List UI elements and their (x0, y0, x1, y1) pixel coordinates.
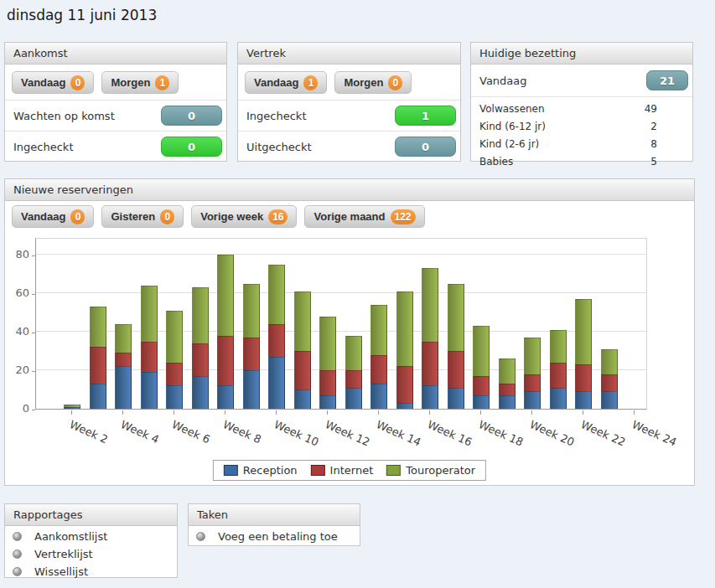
button-vorige-week[interactable]: Vorige week16 (191, 205, 297, 228)
button-morgen[interactable]: Morgen1 (101, 71, 179, 94)
y-axis-tick (32, 294, 35, 295)
button-vorige-maand[interactable]: Vorige maand122 (304, 205, 424, 228)
bar-segment-internet (90, 347, 106, 384)
bar-segment-internet (166, 363, 183, 386)
bar-week-14 (370, 305, 387, 409)
stat-label: Kind (6-12 jr) (479, 121, 546, 132)
button-label: Vandaag (21, 210, 65, 223)
count-badge: 1 (303, 75, 318, 90)
panel-rapportages-title: Rapportages (5, 504, 177, 526)
legend-label: Touroperator (406, 464, 475, 477)
button-label: Morgen (111, 76, 150, 89)
bar-segment-internet (575, 364, 592, 391)
bar-segment-internet (243, 338, 260, 370)
bar-segment-internet (141, 342, 158, 373)
bar-segment-internet (294, 351, 311, 389)
bezetting-today-row: Vandaag 21 (471, 64, 692, 96)
list-item-vertreklijst[interactable]: Vertreklijst (5, 545, 177, 563)
stat-value: 5 (650, 156, 657, 168)
x-axis-tick (276, 410, 277, 415)
bar-week-8 (217, 255, 234, 409)
bar-segment-touroperator (524, 338, 541, 374)
bullet-icon (13, 549, 22, 559)
bar-segment-touroperator (473, 326, 490, 376)
bar-segment-reception (550, 388, 567, 409)
bar-week-13 (345, 336, 362, 409)
bar-week-5 (141, 286, 158, 409)
status-row-ingecheckt: Ingecheckt0 (5, 131, 226, 162)
status-row-wachten-op-komst: Wachten op komst0 (5, 100, 226, 131)
panel-vertrek-title: Vertrek (238, 43, 460, 64)
bar-segment-reception (64, 407, 80, 409)
count-badge: 0 (388, 75, 402, 90)
bar-segment-reception (192, 376, 209, 409)
button-vandaag[interactable]: Vandaag1 (245, 71, 327, 94)
bar-segment-touroperator (499, 358, 516, 384)
button-gisteren[interactable]: Gisteren0 (101, 205, 184, 228)
aankomst-button-row: Vandaag0Morgen1 (5, 64, 226, 100)
status-row-badge: 0 (395, 137, 456, 157)
x-axis-tick (480, 410, 481, 415)
status-row-badge: 0 (161, 137, 222, 157)
bar-week-12 (319, 317, 336, 409)
button-morgen[interactable]: Morgen0 (334, 71, 412, 94)
status-row-ingecheckt: Ingecheckt1 (238, 100, 460, 131)
count-badge: 0 (70, 75, 85, 90)
bar-segment-reception (601, 391, 618, 409)
bar-segment-touroperator (575, 299, 592, 364)
bar-segment-touroperator (319, 317, 336, 370)
list-item-voeg-een-betaling-toe[interactable]: Voeg een betaling toe (189, 526, 360, 546)
x-axis-tick (429, 410, 430, 415)
bar-week-3 (90, 307, 106, 409)
bullet-icon (196, 532, 205, 541)
x-axis-label-week-18: Week 18 (477, 418, 526, 449)
list-item-aankomstlijst[interactable]: Aankomstlijst (5, 528, 177, 545)
gridline-60 (36, 292, 646, 293)
bar-week-20 (524, 338, 541, 409)
stat-row-volwassenen: Volwassenen49 (471, 100, 692, 117)
bar-segment-touroperator (601, 349, 618, 374)
x-axis-tick (583, 410, 583, 415)
bar-segment-internet (499, 384, 516, 395)
bar-week-16 (422, 268, 438, 409)
bezetting-today-badge: 21 (646, 70, 688, 90)
y-axis-tick (32, 371, 35, 372)
button-vandaag[interactable]: Vandaag0 (12, 205, 94, 228)
x-axis-label-week-24: Week 24 (630, 418, 679, 449)
vertrek-button-row: Vandaag1Morgen0 (238, 64, 460, 100)
bar-segment-reception (575, 391, 592, 409)
legend-swatch-reception (224, 465, 238, 476)
bar-segment-internet (601, 374, 618, 392)
y-axis-label-60: 60 (5, 286, 29, 299)
x-axis-label-week-8: Week 8 (221, 418, 263, 446)
bar-week-9 (243, 284, 260, 409)
stat-row-babies: Babies5 (471, 152, 692, 170)
x-axis-tick (225, 410, 225, 415)
reserveringen-button-row: Vandaag0Gisteren0Vorige week16Vorige maa… (5, 201, 694, 234)
bar-week-6 (166, 311, 183, 409)
legend-label: Reception (243, 464, 298, 477)
bar-week-18 (473, 326, 490, 409)
panel-vertrek: Vertrek Vandaag1Morgen0 Ingecheckt1Uitge… (237, 42, 461, 162)
button-vandaag[interactable]: Vandaag0 (12, 71, 94, 94)
y-axis-label-20: 20 (5, 364, 29, 376)
panel-aankomst: Aankomst Vandaag0Morgen1 Wachten op koms… (4, 42, 227, 162)
status-row-uitgecheckt: Uitgecheckt0 (238, 131, 460, 162)
x-axis-tick (122, 410, 123, 415)
reservations-chart: ReceptionInternetTouroperator 020406080W… (5, 238, 694, 486)
bar-segment-touroperator (550, 330, 567, 363)
panel-taken: Taken Voeg een betaling toe (188, 503, 360, 546)
bar-segment-reception (243, 370, 260, 409)
status-row-badge: 1 (395, 106, 456, 126)
bar-week-19 (499, 358, 516, 409)
status-row-label: Ingecheckt (246, 110, 306, 122)
button-label: Vandaag (254, 76, 298, 89)
list-item-wissellijst[interactable]: Wissellijst (5, 563, 177, 580)
bar-segment-reception (499, 395, 516, 409)
bar-segment-touroperator (268, 265, 285, 324)
stat-value: 8 (650, 138, 657, 150)
x-axis-label-week-20: Week 20 (528, 418, 577, 449)
bar-segment-touroperator (192, 287, 209, 343)
bullet-icon (13, 567, 22, 576)
bar-segment-internet (217, 336, 234, 386)
